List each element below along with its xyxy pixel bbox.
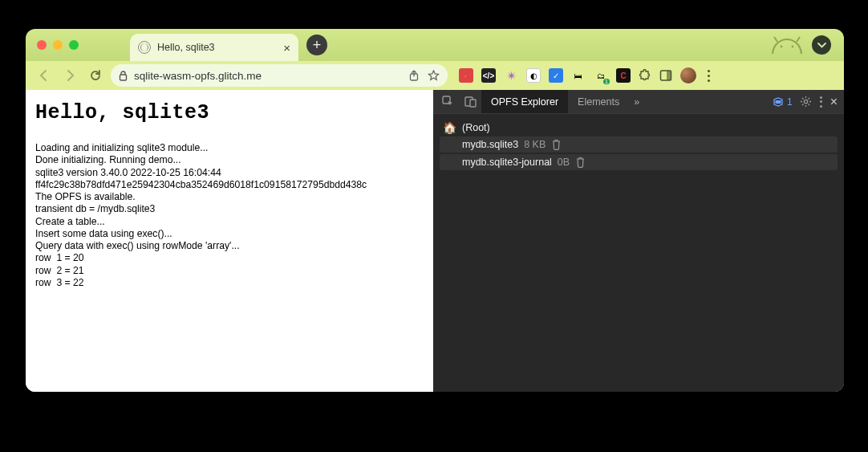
delete-file-icon[interactable] [551,139,562,150]
devtools-menu-button[interactable] [817,96,825,108]
extensions-puzzle-icon[interactable] [639,69,651,82]
devtools-tabstrip: OPFS Explorer Elements » 1 × [433,90,844,114]
account-dropdown-button[interactable] [812,35,831,55]
fs-file-name: mydb.sqlite3 [462,139,518,150]
page-heading: Hello, sqlite3 [35,101,425,124]
new-tab-button[interactable]: + [306,35,327,55]
content-area: Hello, sqlite3 Loading and initializing … [26,90,844,392]
window-minimize-button[interactable] [53,40,63,50]
browser-window: Hello, sqlite3 × + [26,29,844,392]
browser-menu-button[interactable] [704,70,713,82]
home-icon: 🏠 [443,121,456,134]
fs-file-size: 0B [558,157,570,168]
extension-icon[interactable]: 🗂1 [594,68,608,83]
svg-line-1 [797,37,800,42]
delete-file-icon[interactable] [575,157,586,168]
extension-icon[interactable]: ✴ [504,68,518,83]
extension-icon[interactable]: C [616,68,631,83]
devtools-close-button[interactable]: × [830,95,838,109]
extension-icon[interactable]: ◐ [526,68,541,83]
bookmark-star-icon[interactable] [428,70,440,82]
svg-point-12 [804,100,807,103]
address-url: sqlite-wasm-opfs.glitch.me [134,70,262,82]
fs-file-row[interactable]: mydb.sqlite3 8 KB [440,136,838,153]
console-output: Loading and initializing sqlite3 module.… [35,142,425,289]
globe-icon [138,41,151,54]
nav-back-button[interactable] [34,65,55,86]
fs-file-size: 8 KB [524,139,546,150]
devtools-tab-opfs-explorer[interactable]: OPFS Explorer [481,90,568,113]
inspect-element-icon[interactable] [436,90,459,113]
profile-avatar[interactable] [680,67,696,83]
devtools-tab-label: Elements [578,96,619,108]
devtools-tab-label: OPFS Explorer [491,96,558,108]
browser-toolbar: sqlite-wasm-opfs.glitch.me 🔺 </> ✴ ◐ ✓ 🛏… [26,61,844,90]
svg-rect-4 [120,75,127,80]
fs-root-row[interactable]: 🏠 (Root) [440,119,838,136]
android-icon [769,36,805,54]
tab-title: Hello, sqlite3 [157,42,277,53]
extension-icon[interactable]: </> [481,68,496,83]
extension-icon[interactable]: 🔺 [459,68,473,83]
svg-point-3 [792,46,794,48]
devtools-settings-icon[interactable] [800,96,812,108]
fs-root-label: (Root) [462,122,490,133]
opfs-explorer-body: 🏠 (Root) mydb.sqlite3 8 KB mydb.sqlite3-… [433,114,844,392]
extension-icons: 🔺 </> ✴ ◐ ✓ 🛏 🗂1 C [459,67,713,83]
svg-rect-7 [667,71,671,80]
page-content: Hello, sqlite3 Loading and initializing … [26,90,433,392]
browser-tab-active[interactable]: Hello, sqlite3 × [130,34,298,61]
tab-strip: Hello, sqlite3 × + [26,29,844,61]
svg-line-0 [774,37,777,42]
lock-icon [119,71,128,81]
device-toggle-icon[interactable] [459,90,481,113]
fs-file-name: mydb.sqlite3-journal [462,157,552,168]
window-close-button[interactable] [37,40,47,50]
window-maximize-button[interactable] [69,40,79,50]
devtools-issues-badge[interactable]: 1 [770,96,795,108]
reload-button[interactable] [85,65,106,86]
tab-close-button[interactable]: × [283,41,290,55]
devtools-tabs-overflow[interactable]: » [629,90,644,113]
fs-file-row[interactable]: mydb.sqlite3-journal 0B [440,154,838,170]
svg-rect-11 [775,100,781,104]
extension-icon[interactable]: ✓ [549,68,563,83]
address-bar[interactable]: sqlite-wasm-opfs.glitch.me [111,64,448,87]
svg-rect-10 [470,100,476,107]
nav-forward-button[interactable] [59,65,80,86]
devtools-panel: OPFS Explorer Elements » 1 × 🏠 (Root) [433,90,844,392]
extension-icon[interactable]: 🛏 [571,68,586,83]
devtools-tab-elements[interactable]: Elements [568,90,629,113]
svg-point-2 [781,46,783,48]
sidepanel-icon[interactable] [659,69,672,82]
share-icon[interactable] [408,70,420,81]
window-controls [37,40,79,50]
